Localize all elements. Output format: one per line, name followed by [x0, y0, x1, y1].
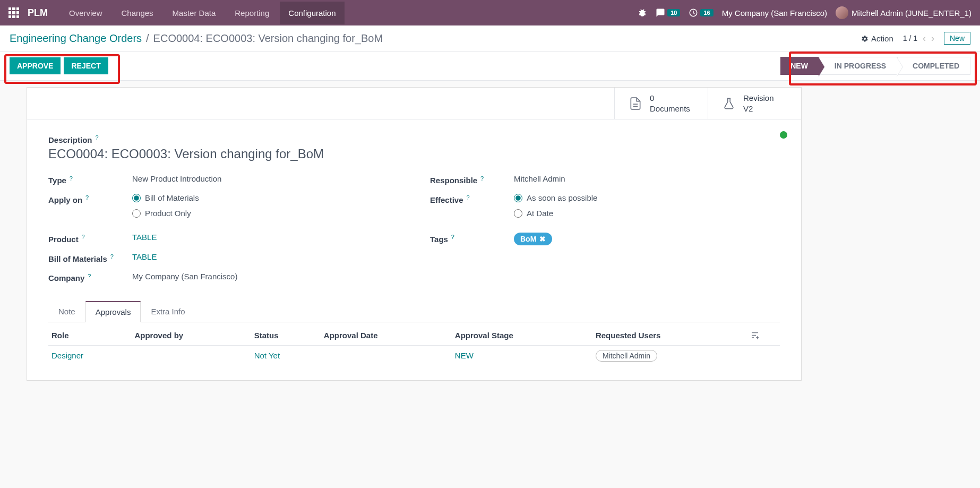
company-label: Company — [48, 273, 84, 282]
row-requested-user[interactable]: Mitchell Admin — [596, 350, 657, 362]
help-icon[interactable]: ? — [88, 273, 91, 279]
type-value[interactable]: New Product Introduction — [132, 174, 398, 183]
th-approval-stage[interactable]: Approval Stage — [452, 326, 592, 346]
stage-completed[interactable]: COMPLETED — [897, 57, 970, 75]
pager-next-icon[interactable]: › — [931, 33, 934, 44]
activities-icon[interactable]: 16 — [689, 8, 713, 18]
app-brand[interactable]: PLM — [28, 7, 48, 19]
activities-badge: 16 — [700, 9, 713, 16]
description-value[interactable]: ECO0004: ECO0003: Version changing for_B… — [48, 147, 780, 161]
status-bar: APPROVE REJECT NEW IN PROGRESS COMPLETED — [0, 52, 980, 81]
help-icon[interactable]: ? — [466, 194, 469, 201]
help-icon[interactable]: ? — [95, 134, 98, 141]
table-row[interactable]: Designer Not Yet NEW Mitchell Admin — [48, 346, 780, 366]
th-approved-by[interactable]: Approved by — [131, 326, 251, 346]
stat-revision-label: Revision — [743, 93, 774, 104]
help-icon[interactable]: ? — [451, 234, 454, 240]
reject-button[interactable]: REJECT — [64, 57, 108, 74]
tabs: Note Approvals Extra Info — [48, 301, 780, 322]
form-sheet: 0 Documents Revision V2 Description ? — [27, 87, 802, 381]
action-dropdown[interactable]: Action — [861, 34, 893, 43]
new-indicator[interactable]: New — [944, 32, 970, 45]
kanban-state-dot[interactable] — [780, 131, 787, 139]
approvals-table: Role Approved by Status Approval Date Ap… — [48, 326, 780, 365]
pager: 1 / 1 ‹ › — [903, 33, 934, 44]
product-value[interactable]: TABLE — [132, 233, 157, 242]
nav-item-master-data[interactable]: Master Data — [164, 2, 225, 24]
help-icon[interactable]: ? — [85, 194, 89, 201]
tab-note[interactable]: Note — [48, 301, 85, 322]
table-settings-icon[interactable] — [751, 331, 777, 340]
row-approved-by — [131, 346, 251, 366]
tab-extra-info[interactable]: Extra Info — [141, 301, 195, 322]
effective-label: Effective — [430, 195, 463, 204]
th-requested-users[interactable]: Requested Users — [592, 326, 747, 346]
user-name: Mitchell Admin (JUNE_ENTER_1) — [852, 8, 972, 18]
tab-approvals[interactable]: Approvals — [85, 301, 141, 322]
stat-revision[interactable]: Revision V2 — [708, 88, 801, 119]
effective-asap-radio[interactable]: As soon as possible — [514, 193, 780, 202]
document-icon — [629, 96, 642, 112]
help-icon[interactable]: ? — [70, 175, 73, 182]
row-approval-date — [321, 346, 452, 366]
stat-documents[interactable]: 0 Documents — [614, 88, 708, 119]
messages-badge: 10 — [667, 9, 680, 16]
breadcrumb-root[interactable]: Engineering Change Orders — [10, 32, 142, 45]
nav-item-overview[interactable]: Overview — [61, 2, 111, 24]
stage-in-progress[interactable]: IN PROGRESS — [819, 57, 897, 75]
apply-on-bom-radio[interactable]: Bill of Materials — [132, 193, 398, 202]
tag-remove-icon[interactable]: ✖ — [539, 235, 546, 243]
product-label: Product — [48, 235, 79, 244]
apply-on-product-radio[interactable]: Product Only — [132, 209, 398, 218]
tags-label: Tags — [430, 235, 448, 244]
nav-item-configuration[interactable]: Configuration — [280, 2, 344, 24]
th-approval-date[interactable]: Approval Date — [321, 326, 452, 346]
help-icon[interactable]: ? — [110, 253, 114, 260]
nav-menu: Overview Changes Master Data Reporting C… — [61, 2, 345, 24]
help-icon[interactable]: ? — [480, 175, 484, 182]
stat-revision-value: V2 — [743, 104, 774, 114]
avatar-icon — [836, 6, 848, 19]
stat-documents-count: 0 — [650, 93, 690, 104]
apply-on-label: Apply on — [48, 195, 82, 204]
pager-prev-icon[interactable]: ‹ — [923, 33, 926, 44]
user-menu[interactable]: Mitchell Admin (JUNE_ENTER_1) — [836, 6, 972, 19]
breadcrumb: Engineering Change Orders / ECO0004: ECO… — [10, 32, 383, 45]
responsible-label: Responsible — [430, 176, 477, 185]
description-label: Description — [48, 135, 92, 144]
messages-icon[interactable]: 10 — [656, 8, 680, 18]
breadcrumb-current: ECO0004: ECO0003: Version changing for_B… — [153, 32, 383, 45]
nav-item-reporting[interactable]: Reporting — [226, 2, 278, 24]
help-icon[interactable]: ? — [82, 234, 85, 240]
company-switcher[interactable]: My Company (San Francisco) — [722, 8, 827, 18]
row-status[interactable]: Not Yet — [254, 351, 280, 360]
main-navbar: PLM Overview Changes Master Data Reporti… — [0, 0, 980, 25]
row-role[interactable]: Designer — [51, 351, 83, 360]
type-label: Type — [48, 176, 66, 185]
stage-steps: NEW IN PROGRESS COMPLETED — [780, 57, 970, 75]
approve-button[interactable]: APPROVE — [10, 57, 61, 74]
pager-count[interactable]: 1 / 1 — [903, 34, 917, 42]
stage-new[interactable]: NEW — [780, 57, 819, 75]
tag-bom[interactable]: BoM ✖ — [514, 233, 552, 245]
control-bar: Engineering Change Orders / ECO0004: ECO… — [0, 25, 980, 52]
bug-icon[interactable] — [638, 8, 647, 18]
bom-label: Bill of Materials — [48, 254, 107, 263]
effective-atdate-radio[interactable]: At Date — [514, 209, 780, 218]
nav-item-changes[interactable]: Changes — [113, 2, 162, 24]
apps-menu-icon[interactable] — [8, 7, 19, 18]
breadcrumb-separator: / — [146, 32, 149, 45]
row-approval-stage[interactable]: NEW — [455, 351, 474, 360]
company-value[interactable]: My Company (San Francisco) — [132, 272, 398, 281]
flask-icon — [722, 96, 736, 112]
stat-documents-label: Documents — [650, 104, 690, 114]
responsible-value[interactable]: Mitchell Admin — [514, 174, 780, 183]
th-role[interactable]: Role — [48, 326, 131, 346]
th-status[interactable]: Status — [251, 326, 321, 346]
bom-value[interactable]: TABLE — [132, 252, 157, 261]
